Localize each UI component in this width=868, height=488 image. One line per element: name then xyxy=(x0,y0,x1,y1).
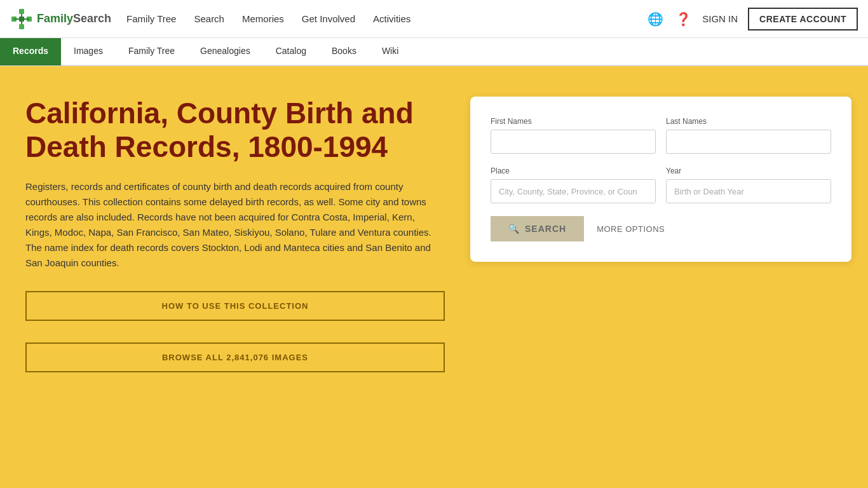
first-names-group: First Names xyxy=(491,117,656,154)
search-icon: 🔍 xyxy=(508,224,520,234)
sub-navigation: Records Images Family Tree Genealogies C… xyxy=(0,38,868,66)
subnav-books[interactable]: Books xyxy=(319,37,369,65)
subnav-catalog[interactable]: Catalog xyxy=(263,37,319,65)
help-icon[interactable]: ❓ xyxy=(674,10,692,28)
place-year-row: Place Year xyxy=(491,166,831,203)
left-panel: California, County Birth and Death Recor… xyxy=(25,97,445,383)
year-group: Year xyxy=(666,166,831,203)
language-selector-icon[interactable]: 🌐 xyxy=(646,10,664,28)
first-names-label: First Names xyxy=(491,117,656,126)
year-input[interactable] xyxy=(666,179,831,203)
search-actions: 🔍 SEARCH MORE OPTIONS xyxy=(491,216,831,241)
place-group: Place xyxy=(491,166,656,203)
name-fields-row: First Names Last Names xyxy=(491,117,831,154)
last-names-input[interactable] xyxy=(666,130,831,154)
subnav-genealogies[interactable]: Genealogies xyxy=(187,37,263,65)
how-to-use-button[interactable]: HOW TO USE THIS COLLECTION xyxy=(25,291,445,321)
last-names-group: Last Names xyxy=(666,117,831,154)
nav-item-activities[interactable]: Activities xyxy=(373,13,410,24)
collection-description: Registers, records and certificates of c… xyxy=(25,179,432,271)
main-content: California, County Birth and Death Recor… xyxy=(0,66,868,488)
create-account-button[interactable]: CREATE ACCOUNT xyxy=(748,8,858,30)
subnav-family-tree[interactable]: Family Tree xyxy=(116,37,187,65)
svg-rect-0 xyxy=(19,9,24,14)
action-buttons: HOW TO USE THIS COLLECTION BROWSE ALL 2,… xyxy=(25,291,445,383)
top-navigation: FamilySearch Family Tree Search Memories… xyxy=(0,0,868,38)
nav-item-memories[interactable]: Memories xyxy=(242,13,284,24)
svg-rect-3 xyxy=(19,17,24,22)
more-options-link[interactable]: MORE OPTIONS xyxy=(597,224,665,234)
page-title: California, County Birth and Death Recor… xyxy=(25,97,445,164)
sign-in-link[interactable]: SIGN IN xyxy=(702,13,738,24)
search-button-label: SEARCH xyxy=(525,224,566,234)
nav-item-get-involved[interactable]: Get Involved xyxy=(302,13,355,24)
place-input[interactable] xyxy=(491,179,656,203)
last-names-label: Last Names xyxy=(666,117,831,126)
familysearch-logo-icon xyxy=(10,8,33,30)
logo-text: FamilySearch xyxy=(37,12,111,25)
place-label: Place xyxy=(491,166,656,175)
svg-rect-4 xyxy=(19,24,24,29)
browse-images-button[interactable]: BROWSE ALL 2,841,076 IMAGES xyxy=(25,342,445,372)
subnav-wiki[interactable]: Wiki xyxy=(369,37,411,65)
first-names-input[interactable] xyxy=(491,130,656,154)
year-label: Year xyxy=(666,166,831,175)
nav-item-search[interactable]: Search xyxy=(194,13,224,24)
logo-link[interactable]: FamilySearch xyxy=(10,8,111,30)
nav-right-actions: 🌐 ❓ SIGN IN CREATE ACCOUNT xyxy=(646,8,858,30)
search-form-card: First Names Last Names Place Year 🔍 SEAR… xyxy=(470,97,851,262)
main-nav-links: Family Tree Search Memories Get Involved… xyxy=(126,13,646,24)
search-button[interactable]: 🔍 SEARCH xyxy=(491,216,584,241)
subnav-images[interactable]: Images xyxy=(61,37,116,65)
subnav-records[interactable]: Records xyxy=(0,37,61,65)
nav-item-family-tree[interactable]: Family Tree xyxy=(126,13,176,24)
